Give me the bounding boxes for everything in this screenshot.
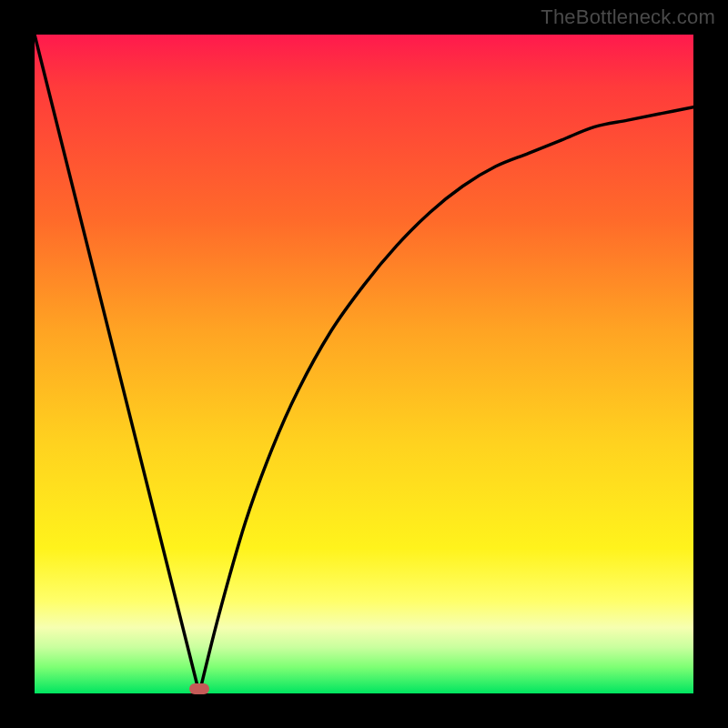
plot-area [35,35,693,693]
optimum-marker [189,683,209,694]
bottleneck-curve [35,35,693,693]
attribution-label: TheBottleneck.com [541,5,715,29]
curve-path [35,35,693,693]
chart-frame: TheBottleneck.com [0,0,728,728]
